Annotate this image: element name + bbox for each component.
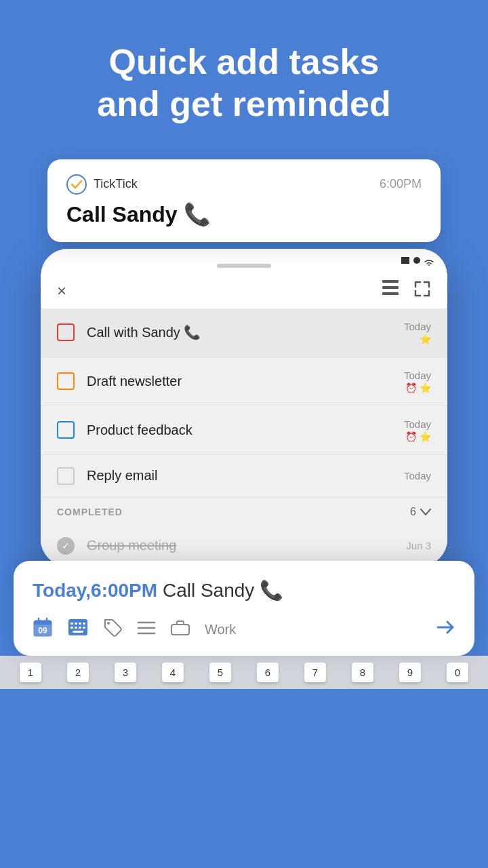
task-item[interactable]: Product feedback Today ⏰ ⭐ (41, 406, 447, 455)
input-task-name: Call Sandy 📞 (163, 580, 283, 601)
key-1[interactable]: 1 (20, 663, 41, 682)
svg-rect-18 (79, 627, 81, 629)
input-text-display[interactable]: Today,6:00PM Call Sandy 📞 (33, 577, 455, 604)
svg-point-0 (67, 175, 86, 194)
svg-point-21 (107, 622, 110, 625)
app-name: TickTick (94, 177, 138, 191)
notification-body: Call Sandy 📞 (66, 201, 422, 227)
star-icon-1: ⭐ (420, 334, 431, 344)
phone-mockup: × Call with Sand (41, 249, 447, 566)
key-3[interactable]: 3 (115, 663, 136, 682)
wifi-icon (424, 257, 434, 264)
task-checkbox-4[interactable] (57, 467, 75, 485)
key-7[interactable]: 7 (304, 663, 326, 682)
input-card-wrapper: Today,6:00PM Call Sandy 📞 09 (0, 561, 488, 656)
ticktick-logo-icon (66, 174, 87, 195)
task-meta-4: Today (404, 470, 431, 481)
tag-icon[interactable] (103, 618, 122, 642)
key-4[interactable]: 4 (162, 663, 184, 682)
star-icon-2: ⭐ (420, 382, 431, 393)
task-item[interactable]: Draft newsletter Today ⏰ ⭐ (41, 357, 447, 406)
notification-card: TickTick 6:00PM Call Sandy 📞 (47, 159, 441, 242)
key-9[interactable]: 9 (399, 663, 421, 682)
task-text-4: Reply email (87, 468, 404, 484)
send-button[interactable] (434, 618, 455, 642)
svg-rect-13 (75, 623, 77, 625)
svg-rect-1 (382, 280, 399, 283)
svg-text:09: 09 (38, 626, 47, 635)
battery-icon (413, 257, 420, 264)
svg-rect-20 (73, 631, 83, 633)
notification-header: TickTick 6:00PM (66, 174, 422, 195)
phone-status-bar (41, 249, 447, 264)
completed-count[interactable]: 6 (410, 506, 431, 518)
hero-line2: and get reminded (41, 83, 447, 125)
completed-task-item[interactable]: Group meeting Jun 3 (41, 526, 447, 566)
bottom-input-card: Today,6:00PM Call Sandy 📞 09 (14, 561, 474, 656)
reminder-icon[interactable] (68, 618, 88, 641)
app-info: TickTick (66, 174, 138, 195)
hero-section: Quick add tasks and get reminded (0, 0, 488, 146)
alarm-icon-3: ⏰ (405, 431, 417, 442)
task-checkbox-1[interactable] (57, 323, 75, 341)
task-meta-1: Today ⭐ (404, 321, 431, 344)
key-8[interactable]: 8 (352, 663, 373, 682)
notification-time: 6:00PM (380, 177, 422, 191)
completed-task-date: Jun 3 (406, 540, 431, 551)
key-2[interactable]: 2 (67, 663, 89, 682)
svg-rect-15 (83, 623, 85, 625)
toolbar-right (382, 280, 431, 302)
task-item[interactable]: Reply email Today (41, 455, 447, 498)
svg-rect-3 (382, 292, 399, 295)
svg-rect-14 (79, 623, 81, 625)
calendar-icon[interactable]: 09 (33, 617, 53, 642)
svg-rect-19 (83, 627, 85, 629)
input-time-text: Today,6:00PM (33, 580, 157, 601)
task-meta-2: Today ⏰ ⭐ (404, 370, 431, 393)
svg-rect-16 (70, 627, 73, 629)
svg-rect-12 (70, 623, 73, 625)
priority-icon[interactable] (137, 619, 156, 640)
key-5[interactable]: 5 (209, 663, 231, 682)
completed-task-text: Group meeting (87, 538, 406, 553)
task-list: Call with Sandy 📞 Today ⭐ Draft newslett… (41, 309, 447, 566)
svg-rect-2 (382, 286, 399, 289)
star-icon-3: ⭐ (420, 431, 431, 442)
completed-label: COMPLETED (57, 507, 123, 517)
task-text-2: Draft newsletter (87, 374, 404, 389)
task-item[interactable]: Call with Sandy 📞 Today ⭐ (41, 309, 447, 357)
task-text-1: Call with Sandy 📞 (87, 324, 404, 340)
svg-rect-17 (75, 627, 77, 629)
close-button[interactable]: × (57, 281, 66, 300)
key-0[interactable]: 0 (447, 663, 468, 682)
task-meta-3: Today ⏰ ⭐ (404, 418, 431, 442)
task-checkbox-2[interactable] (57, 372, 75, 390)
svg-rect-25 (171, 625, 189, 635)
hero-line1: Quick add tasks (41, 41, 447, 83)
key-6[interactable]: 6 (257, 663, 279, 682)
project-name: Work (205, 622, 236, 637)
project-label[interactable]: Work (205, 622, 236, 637)
completed-section[interactable]: COMPLETED 6 (41, 498, 447, 526)
alarm-icon-2: ⏰ (405, 382, 417, 393)
project-icon[interactable] (171, 619, 190, 640)
expand-icon[interactable] (413, 280, 431, 302)
keyboard-bar: 1 2 3 4 5 6 7 8 9 0 (0, 656, 488, 689)
phone-notch (217, 264, 271, 268)
list-view-icon[interactable] (382, 280, 400, 302)
chevron-down-icon (420, 509, 431, 515)
input-toolbar: 09 (33, 617, 455, 642)
signal-icon (401, 257, 409, 264)
task-checkbox-3[interactable] (57, 421, 75, 439)
task-text-3: Product feedback (87, 422, 404, 438)
phone-toolbar: × (41, 273, 447, 309)
completed-check-icon (57, 537, 75, 555)
